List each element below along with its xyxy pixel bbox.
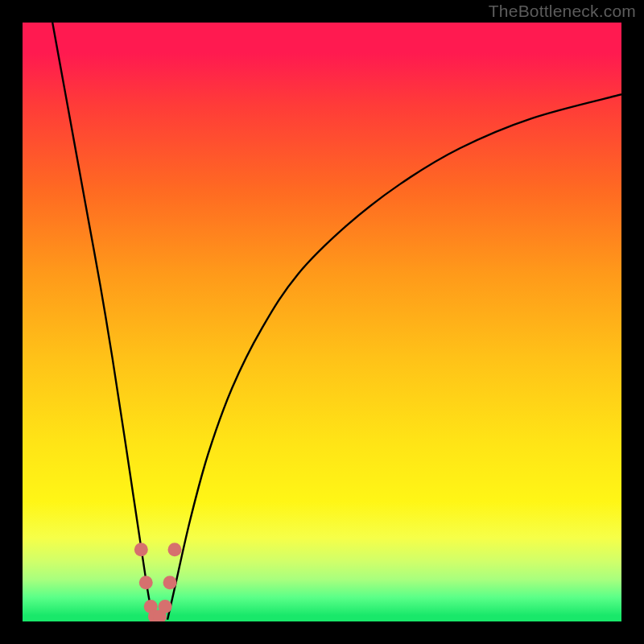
- plot-area: [23, 23, 621, 621]
- curve-layer: [23, 23, 621, 621]
- curve-right-branch: [167, 94, 621, 619]
- chart-frame: TheBottleneck.com: [0, 0, 644, 644]
- valley-marker-dot: [163, 576, 177, 589]
- valley-markers: [134, 543, 182, 621]
- valley-marker-dot: [139, 576, 153, 589]
- valley-marker-dot: [134, 543, 148, 556]
- valley-marker-dot: [167, 543, 181, 556]
- watermark-text: TheBottleneck.com: [489, 2, 636, 21]
- valley-marker-dot: [159, 600, 172, 613]
- curve-left-branch: [52, 23, 153, 620]
